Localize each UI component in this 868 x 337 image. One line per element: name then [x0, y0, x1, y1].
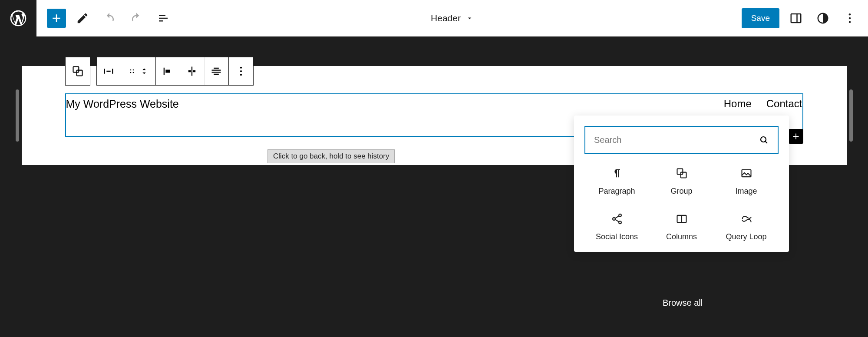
svg-point-20	[619, 214, 621, 217]
svg-line-24	[615, 219, 619, 221]
loop-icon	[740, 213, 752, 225]
inserter-search[interactable]	[584, 126, 779, 154]
navigation-block[interactable]: Home Contact	[724, 94, 802, 110]
block-tile-paragraph[interactable]: Paragraph	[584, 167, 649, 196]
group-icon	[72, 65, 84, 77]
list-view-button[interactable]	[153, 8, 174, 29]
svg-rect-19	[742, 170, 751, 177]
svg-point-12	[240, 67, 241, 69]
svg-point-21	[613, 218, 615, 220]
nav-link[interactable]: Contact	[766, 98, 802, 110]
svg-rect-6	[73, 67, 79, 73]
redo-button[interactable]	[126, 8, 147, 29]
svg-point-8	[130, 69, 132, 71]
svg-point-15	[761, 137, 766, 142]
half-circle-icon	[816, 12, 829, 25]
site-title-block[interactable]: My WordPress Website	[66, 94, 179, 110]
list-view-icon	[157, 12, 170, 25]
svg-point-3	[849, 13, 851, 16]
wp-logo-button[interactable]	[0, 0, 36, 36]
block-options-button[interactable]	[229, 57, 253, 85]
svg-line-16	[766, 142, 768, 144]
svg-point-9	[133, 69, 134, 71]
block-tile-query-loop[interactable]: Query Loop	[714, 212, 779, 241]
row-icon	[102, 65, 115, 77]
search-icon	[759, 135, 769, 145]
svg-point-22	[619, 221, 621, 224]
chevron-up-icon	[140, 67, 148, 71]
browse-all-button[interactable]: Browse all	[663, 298, 703, 308]
block-tile-label: Paragraph	[598, 187, 635, 196]
justify-button[interactable]	[156, 57, 180, 85]
plus-icon	[50, 12, 63, 25]
group-icon	[676, 167, 688, 179]
svg-point-5	[849, 21, 851, 23]
options-menu-button[interactable]	[839, 8, 860, 29]
svg-line-23	[615, 216, 619, 218]
inserter-search-input[interactable]	[594, 135, 759, 145]
svg-point-10	[130, 72, 132, 73]
block-tile-label: Group	[670, 187, 692, 196]
drag-dots-icon	[128, 65, 136, 77]
block-tile-image[interactable]: Image	[714, 167, 779, 196]
drag-handle[interactable]	[121, 57, 156, 85]
image-icon	[740, 167, 752, 179]
share-icon	[611, 213, 623, 225]
width-icon	[210, 65, 222, 77]
add-block-inline-button[interactable]	[789, 129, 803, 144]
save-button[interactable]: Save	[742, 8, 779, 28]
styles-toggle[interactable]	[812, 8, 833, 29]
block-tile-label: Query Loop	[726, 232, 766, 241]
svg-rect-7	[76, 70, 82, 76]
block-tile-label: Image	[735, 187, 757, 196]
svg-rect-17	[677, 169, 683, 175]
move-arrows[interactable]	[140, 67, 148, 76]
svg-rect-18	[680, 172, 686, 178]
row-layout-button[interactable]	[97, 57, 121, 85]
align-button[interactable]	[180, 57, 205, 85]
back-history-tooltip: Click to go back, hold to see history	[267, 149, 395, 163]
sidebar-icon	[789, 12, 802, 25]
svg-point-13	[240, 70, 241, 72]
chevron-down-icon	[466, 14, 474, 22]
template-title-button[interactable]: Header	[431, 13, 474, 23]
kebab-icon	[843, 12, 856, 25]
block-tile-label: Social Icons	[596, 232, 638, 241]
svg-point-11	[133, 72, 134, 73]
svg-rect-0	[791, 14, 801, 23]
plus-icon	[791, 132, 801, 141]
nav-link[interactable]: Home	[724, 98, 752, 110]
svg-point-4	[849, 17, 851, 20]
block-tile-columns[interactable]: Columns	[649, 212, 714, 241]
justify-left-icon	[162, 65, 174, 77]
wordpress-icon	[9, 9, 28, 28]
kebab-icon	[235, 65, 247, 77]
undo-button[interactable]	[99, 8, 120, 29]
editor-canvas: My WordPress Website Home Contact Click …	[0, 36, 868, 337]
block-type-button[interactable]	[66, 57, 90, 85]
chevron-down-icon	[140, 71, 148, 76]
full-width-button[interactable]	[205, 57, 229, 85]
svg-point-14	[240, 74, 241, 76]
block-tile-social-icons[interactable]: Social Icons	[584, 212, 649, 241]
redo-icon	[130, 12, 143, 25]
block-toolbar	[65, 57, 254, 86]
quick-inserter-popover: Paragraph Group Image Social Icons Colum…	[574, 116, 789, 252]
pilcrow-icon	[611, 167, 623, 179]
pencil-icon	[76, 12, 89, 25]
resize-handle-right[interactable]	[849, 89, 853, 142]
edit-tool-button[interactable]	[72, 8, 93, 29]
inserter-toggle-button[interactable]	[47, 9, 66, 28]
block-tile-label: Columns	[666, 232, 697, 241]
template-title-label: Header	[431, 13, 461, 23]
align-vertical-icon	[186, 65, 198, 77]
resize-handle-left[interactable]	[16, 89, 19, 142]
block-tile-group[interactable]: Group	[649, 167, 714, 196]
undo-icon	[103, 12, 116, 25]
settings-panel-toggle[interactable]	[785, 8, 806, 29]
editor-toolbar: Header Save	[36, 0, 868, 36]
columns-icon	[676, 213, 688, 225]
